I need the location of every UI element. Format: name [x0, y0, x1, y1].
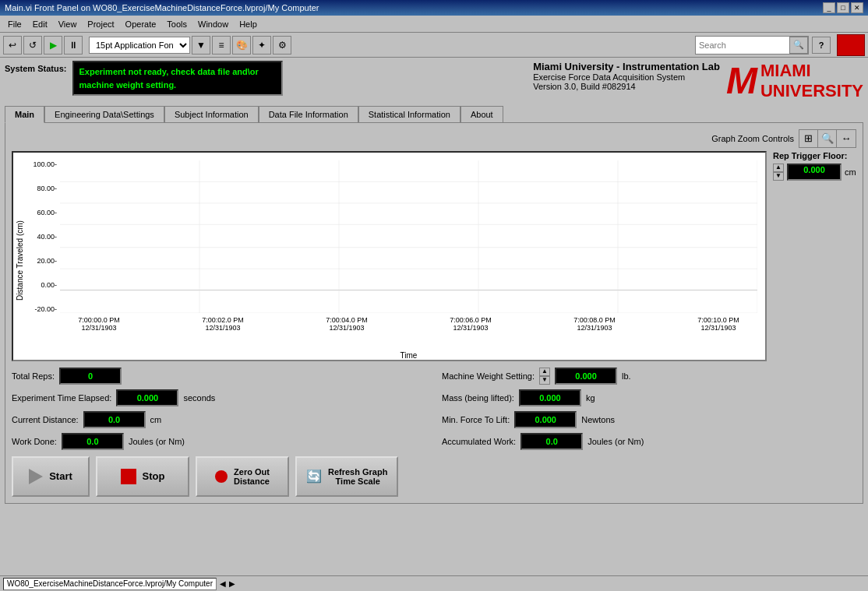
chart-area: 100.00- 80.00- 60.00- 40.00- 20.00- 0.00… — [12, 151, 767, 361]
miami-text-1: MIAMI — [760, 61, 863, 81]
toolbar-run[interactable]: ▶ — [44, 36, 62, 55]
tab-statistical[interactable]: Statistical Information — [358, 106, 460, 123]
tab-datafile[interactable]: Data File Information — [259, 106, 358, 123]
start-button[interactable]: Start — [12, 456, 90, 497]
work-done-label: Work Done: — [12, 437, 57, 446]
rep-trigger-value[interactable]: 0.000 — [787, 164, 842, 181]
zero-out-button[interactable]: Zero OutDistance — [196, 456, 289, 497]
mass-lifted-row: Mass (being lifted): 0.000 kg — [442, 389, 856, 406]
status-file-text: WO80_ExerciseMachineDistanceForce.lvproj… — [7, 579, 213, 588]
search-button[interactable]: 🔍 — [789, 37, 808, 54]
search-input[interactable] — [696, 37, 789, 54]
accum-work-row: Accumulated Work: 0.0 Joules (or Nm) — [442, 433, 856, 450]
work-done-row: Work Done: 0.0 Joules (or Nm) — [12, 433, 426, 450]
chart-main-area: 100.00- 80.00- 60.00- 40.00- 20.00- 0.00… — [12, 151, 856, 368]
y-tick-4: 20.00- — [37, 257, 57, 265]
font-selector[interactable]: 15pt Application Font — [89, 37, 190, 54]
rep-trigger-input-row: ▲ ▼ 0.000 cm — [773, 164, 856, 181]
toolbar-pause[interactable]: ⏸ — [64, 36, 83, 55]
chart-x-title: Time — [60, 351, 757, 360]
toolbar-undo[interactable]: ↺ — [23, 36, 42, 55]
minimize-button[interactable]: _ — [823, 2, 835, 13]
min-force-label: Min. Force To Lift: — [442, 415, 510, 424]
title-text: Main.vi Front Panel on WO80_ExerciseMach… — [5, 3, 319, 12]
accum-work-label: Accumulated Work: — [442, 437, 516, 446]
menu-project[interactable]: Project — [83, 18, 118, 30]
toolbar-color[interactable]: 🎨 — [232, 36, 251, 55]
close-button[interactable]: ✕ — [851, 2, 863, 13]
zoom-grid-button[interactable]: ⊞ — [799, 130, 818, 147]
menu-operate[interactable]: Operate — [121, 18, 161, 30]
tabs: Main Engineering Data\Settings Subject I… — [5, 105, 863, 122]
x-tick-5: 7:00:10.0 PM12/31/1903 — [679, 316, 757, 332]
maximize-button[interactable]: □ — [837, 2, 849, 13]
refresh-graph-button[interactable]: 🔄 Refresh GraphTime Scale — [295, 456, 398, 497]
tab-subject[interactable]: Subject Information — [164, 106, 259, 123]
header-info: Miami University - Instrumentation Lab E… — [533, 61, 720, 91]
status-display: Experiment not ready, check data file an… — [72, 61, 283, 96]
rep-trigger-down[interactable]: ▼ — [773, 172, 784, 181]
machine-weight-down[interactable]: ▼ — [539, 376, 550, 385]
y-tick-5: 0.00- — [41, 281, 57, 289]
left-fields: Total Reps: 0 Experiment Time Elapsed: 0… — [12, 368, 426, 450]
menu-edit[interactable]: Edit — [28, 18, 52, 30]
right-fields: Machine Weight Setting: ▲ ▼ 0.000 lb. Ma… — [442, 368, 856, 450]
tab-main[interactable]: Main — [5, 106, 44, 123]
experiment-time-value: 0.000 — [116, 389, 178, 406]
toolbar-back[interactable]: ↩ — [3, 36, 22, 55]
system-status-label: System Status: — [5, 61, 66, 73]
graph-zoom-label: Graph Zoom Controls — [711, 134, 794, 143]
x-tick-1: 7:00:02.0 PM12/31/1903 — [184, 316, 262, 332]
experiment-time-label: Experiment Time Elapsed: — [12, 393, 111, 403]
min-force-unit: Newtons — [581, 415, 615, 424]
menu-file[interactable]: File — [3, 18, 26, 30]
toolbar: ↩ ↺ ▶ ⏸ 15pt Application Font ▼ ≡ 🎨 ✦ ⚙ … — [0, 33, 868, 58]
rep-trigger-unit: cm — [845, 167, 856, 177]
zoom-pan-button[interactable]: ↔ — [837, 130, 856, 147]
logo-red-box — [837, 34, 865, 56]
menu-tools[interactable]: Tools — [162, 18, 192, 30]
total-reps-label: Total Reps: — [12, 371, 55, 381]
rep-trigger-section: Rep Trigger Floor: ▲ ▼ 0.000 cm — [767, 151, 856, 368]
data-fields: Total Reps: 0 Experiment Time Elapsed: 0… — [12, 368, 856, 450]
x-tick-3: 7:00:06.0 PM12/31/1903 — [432, 316, 510, 332]
stop-button[interactable]: Stop — [96, 456, 189, 497]
current-distance-value: 0.0 — [83, 411, 146, 428]
menu-view[interactable]: View — [54, 18, 82, 30]
toolbar-extra[interactable]: ✦ — [252, 36, 271, 55]
y-tick-0: 100.00- — [33, 160, 57, 168]
machine-weight-up[interactable]: ▲ — [539, 368, 550, 376]
menu-window[interactable]: Window — [193, 18, 233, 30]
y-tick-2: 60.00- — [37, 209, 57, 216]
toolbar-plugin[interactable]: ⚙ — [273, 36, 291, 55]
tab-engineering[interactable]: Engineering Data\Settings — [44, 106, 164, 123]
start-arrow-icon — [29, 469, 43, 484]
title-bar-buttons: _ □ ✕ — [823, 2, 863, 13]
machine-weight-value: 0.000 — [555, 368, 617, 385]
x-tick-4: 7:00:08.0 PM12/31/1903 — [556, 316, 633, 332]
tab-panel: Graph Zoom Controls ⊞ 🔍 ↔ 100.00- 80.00- — [5, 122, 863, 504]
rep-trigger-label: Rep Trigger Floor: — [773, 151, 856, 160]
toolbar-align[interactable]: ≡ — [212, 36, 231, 55]
current-distance-label: Current Distance: — [12, 415, 79, 424]
stop-icon — [121, 469, 136, 484]
refresh-icon: 🔄 — [306, 469, 322, 484]
chart-container-wrap: 100.00- 80.00- 60.00- 40.00- 20.00- 0.00… — [12, 151, 767, 368]
menu-bar: File Edit View Project Operate Tools Win… — [0, 16, 868, 33]
toolbar-font-down[interactable]: ▼ — [192, 36, 210, 55]
zoom-search-button[interactable]: 🔍 — [818, 130, 837, 147]
menu-help[interactable]: Help — [235, 18, 262, 30]
accum-work-value: 0.0 — [520, 433, 583, 450]
mass-lifted-label: Mass (being lifted): — [442, 393, 514, 403]
miami-subtitle: Exercise Force Data Acquisition System — [533, 72, 720, 82]
chart-svg — [60, 160, 757, 313]
total-reps-value: 0 — [59, 368, 122, 385]
status-arrow-right[interactable]: ▶ — [229, 579, 235, 588]
help-button[interactable]: ? — [812, 37, 831, 54]
bottom-buttons: Start Stop Zero OutDistance 🔄 Refresh Gr… — [12, 456, 856, 497]
x-tick-0: 7:00:00.0 PM12/31/1903 — [60, 316, 138, 332]
rep-trigger-up[interactable]: ▲ — [773, 164, 784, 172]
status-arrow[interactable]: ◀ — [220, 579, 226, 588]
total-reps-row: Total Reps: 0 — [12, 368, 426, 385]
tab-about[interactable]: About — [460, 106, 503, 123]
